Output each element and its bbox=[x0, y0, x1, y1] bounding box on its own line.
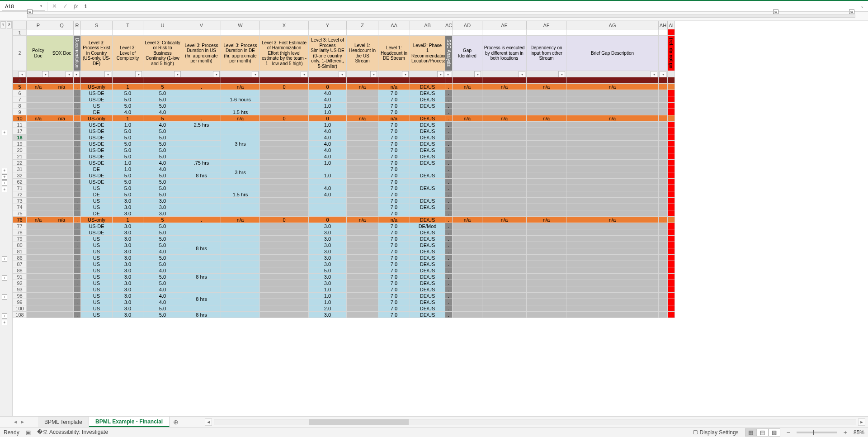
cell[interactable] bbox=[260, 29, 309, 36]
cell[interactable] bbox=[50, 223, 74, 229]
cell[interactable]: 0 bbox=[260, 115, 309, 122]
cell[interactable] bbox=[668, 84, 675, 90]
cell[interactable] bbox=[347, 204, 378, 210]
cell[interactable]: 1.0 bbox=[309, 172, 347, 179]
cell[interactable]: . bbox=[445, 223, 453, 229]
cell[interactable]: 7.0 bbox=[378, 191, 410, 198]
cell[interactable]: n/a bbox=[378, 115, 410, 122]
filter-AA[interactable] bbox=[378, 71, 410, 77]
cell[interactable] bbox=[566, 267, 659, 274]
cell[interactable]: 5.0 bbox=[143, 185, 182, 191]
cell[interactable]: DE/US bbox=[410, 242, 445, 248]
cell[interactable] bbox=[659, 274, 668, 280]
cell[interactable]: 7.0 bbox=[378, 109, 410, 115]
cell[interactable] bbox=[668, 293, 675, 299]
cell[interactable] bbox=[221, 198, 260, 204]
cell[interactable]: US bbox=[81, 267, 113, 274]
cell[interactable]: n/a bbox=[527, 84, 566, 90]
cell[interactable] bbox=[50, 236, 74, 242]
cell[interactable] bbox=[659, 179, 668, 185]
cell[interactable] bbox=[182, 286, 221, 293]
header-cell-W[interactable]: Level 3: Process Duration in DE (hr, app… bbox=[221, 36, 260, 71]
cell[interactable] bbox=[50, 280, 74, 286]
filter-AB[interactable] bbox=[410, 71, 445, 77]
cell[interactable]: 5.0 bbox=[143, 191, 182, 198]
cell[interactable] bbox=[260, 166, 309, 172]
cell[interactable]: 4.0 bbox=[143, 248, 182, 255]
cell[interactable]: 7.0 bbox=[378, 96, 410, 103]
cell[interactable] bbox=[668, 223, 675, 229]
cell[interactable]: 5.0 bbox=[143, 223, 182, 229]
cell[interactable] bbox=[182, 147, 221, 153]
cell[interactable]: DE/US bbox=[410, 160, 445, 166]
cell[interactable]: DE/Mod bbox=[410, 223, 445, 229]
cell[interactable]: 3.0 bbox=[309, 255, 347, 261]
cell[interactable]: 5.0 bbox=[143, 179, 182, 185]
cell[interactable] bbox=[221, 242, 260, 248]
cell[interactable]: DE/US bbox=[410, 115, 445, 122]
cell[interactable]: . bbox=[74, 160, 81, 166]
cell[interactable] bbox=[182, 103, 221, 109]
cell[interactable] bbox=[221, 293, 260, 299]
column-header-AC[interactable]: AC bbox=[445, 21, 453, 29]
cell[interactable]: 5.0 bbox=[143, 172, 182, 179]
hscroll-thumb[interactable] bbox=[309, 419, 409, 425]
column-header-T[interactable]: T bbox=[113, 21, 143, 29]
cell[interactable] bbox=[566, 229, 659, 236]
cell[interactable]: DE/US bbox=[410, 185, 445, 191]
cell[interactable] bbox=[347, 236, 378, 242]
cell[interactable] bbox=[453, 166, 482, 172]
cell[interactable]: . bbox=[445, 191, 453, 198]
cell[interactable]: 3.0 bbox=[309, 236, 347, 242]
cell[interactable]: 5.0 bbox=[113, 103, 143, 109]
cell[interactable]: n/a bbox=[221, 217, 260, 223]
cell[interactable]: 7.0 bbox=[378, 312, 410, 318]
cell[interactable]: . bbox=[445, 90, 453, 96]
cell[interactable] bbox=[527, 153, 566, 160]
cell[interactable]: 7.0 bbox=[378, 141, 410, 147]
cell[interactable] bbox=[566, 198, 659, 204]
cell[interactable] bbox=[260, 153, 309, 160]
cell[interactable]: US-DE bbox=[81, 160, 113, 166]
cell[interactable]: . bbox=[445, 204, 453, 210]
cell[interactable]: 4.0 bbox=[309, 153, 347, 160]
cell[interactable] bbox=[527, 267, 566, 274]
cell[interactable] bbox=[482, 191, 527, 198]
cell[interactable]: 7.0 bbox=[378, 103, 410, 109]
cell[interactable] bbox=[260, 293, 309, 299]
cell[interactable]: n/a bbox=[50, 115, 74, 122]
filter-AD[interactable] bbox=[453, 71, 482, 77]
cell[interactable]: 4.0 bbox=[143, 160, 182, 166]
cell[interactable]: US bbox=[81, 103, 113, 109]
cell[interactable] bbox=[566, 141, 659, 147]
cell[interactable] bbox=[527, 223, 566, 229]
cell[interactable]: 8 hrs bbox=[182, 242, 221, 255]
cell[interactable]: 5 bbox=[143, 84, 182, 90]
row-header[interactable]: 98 bbox=[13, 293, 27, 299]
cell[interactable]: . bbox=[74, 274, 81, 280]
cell[interactable]: 4.0 bbox=[309, 185, 347, 191]
filter-AE[interactable] bbox=[482, 71, 527, 77]
cell[interactable]: 3.0 bbox=[143, 198, 182, 204]
column-header-X[interactable]: X bbox=[260, 21, 309, 29]
cell[interactable] bbox=[347, 286, 378, 293]
column-header-P[interactable]: P bbox=[27, 21, 50, 29]
cell[interactable] bbox=[50, 274, 74, 280]
cell[interactable] bbox=[27, 229, 50, 236]
row-header[interactable]: 72 bbox=[13, 191, 27, 198]
cell[interactable]: 4.0 bbox=[143, 166, 182, 172]
cell[interactable]: . bbox=[445, 255, 453, 261]
column-header-AA[interactable]: AA bbox=[378, 21, 410, 29]
cell[interactable] bbox=[659, 261, 668, 267]
cell[interactable] bbox=[27, 223, 50, 229]
cell[interactable]: . bbox=[445, 210, 453, 217]
cell[interactable] bbox=[668, 191, 675, 198]
cell[interactable] bbox=[527, 90, 566, 96]
cell[interactable]: . bbox=[445, 229, 453, 236]
cell[interactable] bbox=[27, 90, 50, 96]
cell[interactable] bbox=[182, 96, 221, 103]
ruler-track[interactable] bbox=[27, 14, 855, 18]
cell[interactable] bbox=[453, 29, 482, 36]
cell[interactable]: 3.0 bbox=[113, 274, 143, 280]
cell[interactable] bbox=[347, 198, 378, 204]
